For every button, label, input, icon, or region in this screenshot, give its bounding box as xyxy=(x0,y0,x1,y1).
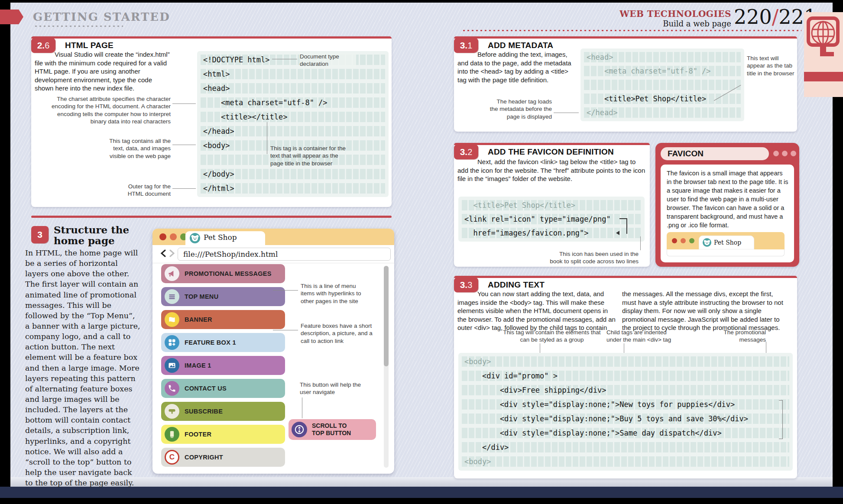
code-line: <body> xyxy=(462,456,789,467)
leader-line xyxy=(172,188,196,189)
minimize-window-dot[interactable] xyxy=(170,233,177,240)
layer-footer[interactable]: FOOTER xyxy=(161,425,285,444)
mini-browser-tab-title: Pet Shop xyxy=(714,239,741,247)
code-line: <title>Pet Shop</title> xyxy=(462,200,641,210)
code-line: <title></title> xyxy=(201,112,385,122)
code-line xyxy=(584,80,741,90)
card-2-6-html-page: 2.6 HTML PAGE Visual Studio will create … xyxy=(31,36,392,207)
annotation-split-code: This icon has been used in the book to s… xyxy=(547,250,639,265)
card-3-3-adding-text: 3.3 ADDING TEXT You can now start adding… xyxy=(454,276,797,478)
badge-number-minor: 1 xyxy=(467,41,472,50)
favicon-info-box: FAVICON The favicon is a small image tha… xyxy=(655,143,799,267)
layer-contact-us[interactable]: CONTACT US xyxy=(161,379,285,398)
leader-line xyxy=(172,103,196,104)
promo-divs-bracket xyxy=(779,400,783,439)
layer-label: IMAGE 1 xyxy=(185,356,211,375)
layer-promotional-messages[interactable]: PROMOTIONAL MESSAGES xyxy=(161,264,285,283)
layer-subscribe[interactable]: SUBSCRIBE xyxy=(161,402,285,421)
annotation-html-tag: Outer tag for the HTML document xyxy=(116,183,171,198)
layer-feature-box-1[interactable]: FEATURE BOX 1 xyxy=(161,333,285,352)
card-3-2-favicon-definition: 3.2 ADD THE FAVICON DEFINITION Next, add… xyxy=(454,143,650,267)
code-line: <div id="promo" > xyxy=(462,371,789,381)
code-line: <link rel="icon" type="image/png" xyxy=(462,214,641,224)
badge-number: 3. xyxy=(460,40,468,50)
favicon-box-header: FAVICON xyxy=(661,147,769,160)
badge-number-minor: 6 xyxy=(45,41,49,50)
scroll-button-label-line2: TOP BUTTON xyxy=(312,430,351,437)
close-window-dot[interactable] xyxy=(159,233,166,240)
layer-label: CONTACT US xyxy=(185,379,227,398)
leader-line xyxy=(267,122,267,154)
section-3-title-line2: home page xyxy=(54,235,129,246)
chapter-icon-panel xyxy=(804,12,843,97)
annotation-doctype: Document type declaration xyxy=(300,53,356,68)
annotation-top-menu: This is a line of menu items with hyperl… xyxy=(301,282,366,305)
mini-browser: Pet Shop xyxy=(667,232,785,257)
subscribe-icon xyxy=(165,404,179,419)
layer-banner[interactable]: BANNER xyxy=(161,310,285,329)
favicon-box-title: FAVICON xyxy=(668,149,704,158)
grid-icon xyxy=(165,335,179,350)
scroll-button-label-line1: SCROLL TO xyxy=(312,422,351,430)
leader-line xyxy=(172,145,196,145)
scrollbar-thumb[interactable] xyxy=(384,266,389,366)
megaphone-icon xyxy=(165,266,179,281)
layer-copyright[interactable]: C COPYRIGHT xyxy=(161,448,285,467)
badge-number-minor: 2 xyxy=(467,147,472,157)
code-line: </head> xyxy=(584,107,741,118)
header-subtitle: Build a web page xyxy=(585,19,731,28)
section-badge-3: 3 xyxy=(31,226,49,243)
code-line: </div> xyxy=(462,442,789,452)
code-line: <div>Free shipping</div> xyxy=(462,385,789,395)
pet-favicon-icon xyxy=(190,233,200,243)
section-body-right: the messages. All the message divs, exce… xyxy=(622,290,786,332)
section-badge-3-2: 3.2 xyxy=(454,145,478,159)
code-block-3-3: <body> <div id="promo" > <div>Free shipp… xyxy=(458,353,793,471)
page-number-left: 220 xyxy=(734,5,772,29)
browser-window: Pet Shop file:///PetShop/index.html PROM… xyxy=(152,229,394,474)
favicon-box-body-panel: The favicon is a small image that appear… xyxy=(661,165,794,262)
pet-favicon-icon xyxy=(703,238,711,247)
section-3-body: In HTML, the home page will be a series … xyxy=(25,248,140,488)
menu-icon xyxy=(165,289,179,304)
code-line: </body> xyxy=(201,169,385,179)
annotation-promo-messages: The promotional messages xyxy=(717,329,766,344)
section-title: HTML PAGE xyxy=(65,41,113,50)
scroll-to-top-button[interactable]: SCROLL TO TOP BUTTON xyxy=(289,419,376,440)
page-header-right: WEB TECHNOLOGIES Build a web page xyxy=(585,9,731,28)
leader-line xyxy=(273,330,298,330)
annotation-scroll-button: This button will help the user navigate xyxy=(300,381,361,396)
address-bar[interactable]: file:///PetShop/index.html xyxy=(178,248,391,261)
layer-top-menu[interactable]: TOP MENU xyxy=(161,287,285,306)
header-category: WEB TECHNOLOGIES xyxy=(585,9,731,19)
code-line: <div style="display:none;">Same day disp… xyxy=(462,428,789,438)
layer-label: COPYRIGHT xyxy=(185,448,223,467)
badge-number: 3 xyxy=(37,229,42,239)
header-dotted-rule xyxy=(462,29,801,32)
leader-line xyxy=(640,236,641,250)
page-number-slash: / xyxy=(772,5,779,29)
code-line: </head> xyxy=(201,126,385,136)
browser-tab-title: Pet Shop xyxy=(204,233,237,242)
chapter-title: GETTING STARTED xyxy=(33,10,170,23)
back-icon[interactable] xyxy=(160,249,166,257)
code-line: <body> xyxy=(462,356,789,367)
favicon-box-body: The favicon is a small image that appear… xyxy=(667,169,789,229)
layer-image-1[interactable]: IMAGE 1 xyxy=(161,356,285,375)
forward-icon[interactable] xyxy=(169,249,175,257)
layer-label: SUBSCRIBE xyxy=(185,402,223,421)
badge-number: 3. xyxy=(460,147,468,157)
copyright-icon: C xyxy=(165,450,179,465)
code-line: <meta charset="utf-8" /> xyxy=(201,97,385,108)
browser-tab[interactable]: Pet Shop xyxy=(185,231,265,245)
mini-browser-bottom xyxy=(667,249,785,256)
globe-monitor-icon xyxy=(806,16,841,64)
layer-label: BANNER xyxy=(185,310,212,329)
leader-line xyxy=(554,113,579,113)
decorative-dot xyxy=(773,151,779,156)
phone-icon xyxy=(165,381,179,396)
toolbar-divider xyxy=(152,263,394,263)
annotation-group-div: This tag will contain the elements that … xyxy=(501,329,603,344)
section-title: ADDING TEXT xyxy=(488,280,545,290)
layer-label: TOP MENU xyxy=(185,287,218,306)
